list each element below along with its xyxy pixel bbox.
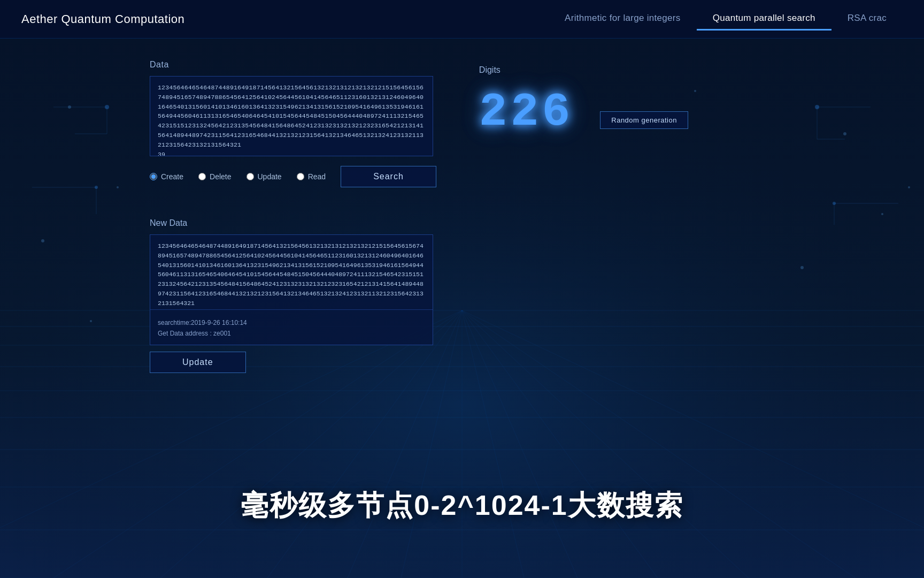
radio-read[interactable]: Read xyxy=(297,172,326,181)
nav-tabs: Arithmetic for large integers Quantum pa… xyxy=(549,7,903,31)
search-button[interactable]: Search xyxy=(341,166,436,187)
new-data-label: New Data xyxy=(150,218,774,228)
radio-group: Create Delete Update Read Search xyxy=(150,166,436,187)
radio-delete[interactable]: Delete xyxy=(198,172,231,181)
digits-label: Digits xyxy=(479,65,500,75)
app-title: Aether Quantum Computation xyxy=(21,12,184,26)
right-panel: Digits 226 Random generation xyxy=(479,60,688,155)
tab-quantum-search[interactable]: Quantum parallel search xyxy=(697,7,831,31)
main-content: Data 12345646465464874489164918714564132… xyxy=(0,39,924,394)
search-time: searchtime:2019-9-26 16:10:14 xyxy=(158,317,425,328)
data-label: Data xyxy=(150,60,436,70)
random-generation-button[interactable]: Random generation xyxy=(600,111,688,129)
left-panel: Data 12345646465464874489164918714564132… xyxy=(150,60,436,197)
bottom-subtitle: 毫秒级多节点0-2^1024-1大数搜索 xyxy=(0,487,924,524)
update-button[interactable]: Update xyxy=(150,352,246,373)
new-data-input[interactable]: 1234564646546487448916491871456413215645… xyxy=(150,235,433,310)
radio-create[interactable]: Create xyxy=(150,172,183,181)
bottom-section: New Data 1234564646546487448916491871456… xyxy=(150,218,774,373)
tab-rsa[interactable]: RSA crac xyxy=(831,7,903,31)
digits-value: 226 xyxy=(479,86,573,139)
data-address: Get Data address : ze001 xyxy=(158,328,425,339)
tab-arithmetic[interactable]: Arithmetic for large integers xyxy=(549,7,697,31)
header: Aether Quantum Computation Arithmetic fo… xyxy=(0,0,924,39)
search-meta: searchtime:2019-9-26 16:10:14 Get Data a… xyxy=(150,312,433,345)
new-data-box: 1234564646546487448916491871456413215645… xyxy=(150,234,433,345)
radio-update[interactable]: Update xyxy=(247,172,282,181)
data-input[interactable]: 1234564646546487448916491871456413215645… xyxy=(150,76,433,156)
top-section: Data 12345646465464874489164918714564132… xyxy=(150,60,774,197)
